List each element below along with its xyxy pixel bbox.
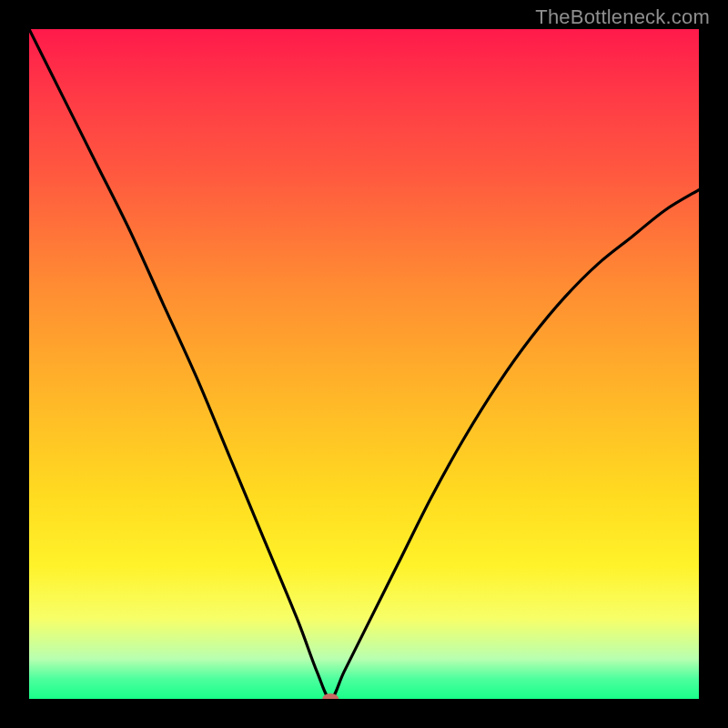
plot-area — [29, 29, 699, 699]
bottleneck-curve — [29, 29, 699, 699]
curve-layer — [29, 29, 699, 699]
watermark-text: TheBottleneck.com — [535, 5, 710, 29]
chart-frame: TheBottleneck.com — [0, 0, 728, 728]
